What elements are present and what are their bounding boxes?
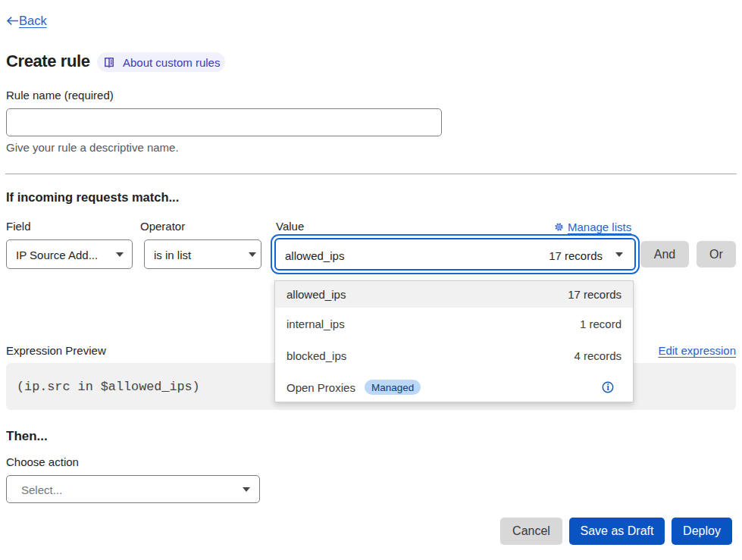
svg-text:i: i: [606, 383, 609, 392]
